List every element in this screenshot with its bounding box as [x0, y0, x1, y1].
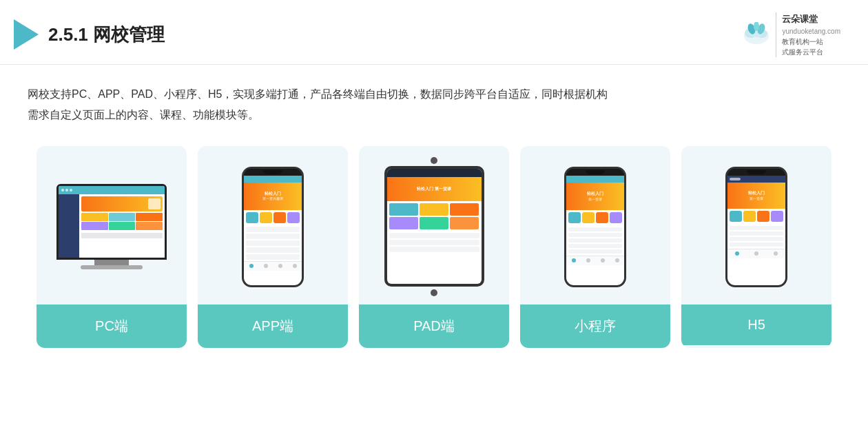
card-h5-image: 轻松入门第一堂课 [681, 146, 831, 304]
card-h5: 轻松入门第一堂课 [681, 146, 831, 348]
pc-main [79, 194, 165, 258]
header-left: 2.5.1 网校管理 [14, 19, 165, 50]
mini-bottom-nav [566, 256, 624, 265]
tablet-grid-cell [389, 203, 418, 216]
phone-notch-inner-mini [586, 170, 605, 174]
pc-grid-item [136, 213, 163, 221]
h5-phone-body: 轻松入门第一堂课 [725, 167, 787, 287]
mini-list-item [568, 238, 622, 242]
tablet-screen: 轻松入门 第一堂课 [387, 169, 482, 284]
phone-notch-inner [263, 170, 282, 174]
tablet-topbar [387, 169, 482, 177]
h5-topbar [727, 176, 785, 183]
h5-icon [730, 211, 742, 222]
h5-list [727, 224, 785, 249]
h5-phone-notch [727, 169, 785, 176]
list-item [246, 240, 300, 246]
h5-icon [757, 211, 769, 222]
h5-list-item [730, 231, 783, 236]
app-phone-mockup: 轻松入门 第一堂兴趣课 [242, 167, 304, 287]
mini-list-item [568, 244, 622, 248]
card-pc: PC端 [37, 146, 187, 348]
app-icon [273, 212, 286, 223]
pc-grid-item [109, 213, 136, 221]
nav-dot [774, 251, 778, 256]
mini-icon [568, 212, 581, 223]
mini-icon [610, 212, 622, 223]
cards-section: PC端 轻松入门 第一堂兴趣课 [0, 132, 868, 369]
pc-grid-item [81, 222, 108, 230]
brand-text-block: 云朵课堂 yunduoketang.com 教育机构一站 式服务云平台 [776, 12, 840, 57]
nav-dot [249, 264, 254, 268]
phone-bottom-nav [244, 261, 302, 271]
pc-mockup [56, 184, 167, 269]
nav-dot [264, 264, 268, 268]
nav-dot [572, 258, 576, 262]
card-h5-label: H5 [681, 304, 831, 345]
brand-url: yunduoketang.com [782, 26, 840, 37]
brand-name: 云朵课堂 [782, 12, 840, 26]
h5-icon [771, 211, 783, 222]
card-pad-label: PAD端 [359, 304, 509, 348]
tablet-grid [387, 201, 482, 231]
card-app: 轻松入门 第一堂兴趣课 [198, 146, 348, 348]
list-item [246, 234, 300, 239]
mini-banner: 轻松入门第一堂课 [566, 183, 624, 210]
phone-icons-row [244, 210, 302, 225]
brand-slogan: 教育机构一站 式服务云平台 [782, 37, 840, 57]
card-app-image: 轻松入门 第一堂兴趣课 [198, 146, 348, 304]
pc-grid-item [136, 222, 163, 230]
nav-dot [601, 258, 605, 262]
tablet-rows [387, 231, 482, 254]
pc-dot [70, 189, 72, 192]
pc-screen [59, 186, 165, 258]
card-pad: 轻松入门 第一堂课 [359, 146, 509, 348]
tablet-row [389, 247, 479, 252]
card-pc-image [37, 146, 187, 304]
phone-notch-mini [566, 169, 624, 176]
nav-dot [754, 251, 758, 256]
pc-stand [94, 260, 129, 265]
description-text: 网校支持PC、APP、PAD、小程序、H5，实现多端打通，产品各终端自由切换，数… [28, 84, 840, 126]
page: 2.5.1 网校管理 [0, 0, 868, 434]
h5-bottom-nav [727, 249, 785, 258]
card-miniprogram-image: 轻松入门第一堂课 [520, 146, 670, 304]
phone-body-mini: 轻松入门第一堂课 [564, 167, 626, 287]
list-item [246, 254, 300, 260]
pc-banner-img [148, 198, 161, 209]
tablet-grid-cell [389, 217, 418, 229]
page-title: 2.5.1 网校管理 [48, 23, 165, 47]
tablet-banner: 轻松入门 第一堂课 [387, 177, 482, 201]
h5-phone-screen: 轻松入门第一堂课 [727, 176, 785, 285]
tablet-home-btn [431, 157, 437, 164]
phone-notch [244, 169, 302, 176]
pc-base [81, 265, 143, 269]
tablet-mockup: 轻松入门 第一堂课 [384, 155, 484, 298]
card-app-label: APP端 [198, 304, 348, 348]
brand-icon [741, 22, 772, 47]
nav-dot [293, 264, 297, 268]
nav-dot [278, 264, 282, 268]
pc-dot [61, 189, 64, 192]
tablet-home-btn-bottom [431, 289, 437, 296]
tablet-row [389, 233, 479, 238]
mini-icons-row [566, 210, 624, 225]
h5-list-item [730, 226, 783, 230]
tablet-grid-cell [450, 217, 479, 229]
h5-icons-row [727, 209, 785, 224]
phone-status-bar-mini [566, 176, 624, 183]
tablet-row [389, 240, 479, 245]
phone-banner: 轻松入门 第一堂兴趣课 [244, 183, 302, 210]
app-icon [246, 212, 258, 223]
tablet-grid-cell [450, 203, 479, 216]
phone-list [244, 225, 302, 261]
phone-body: 轻松入门 第一堂兴趣课 [242, 167, 304, 287]
pc-content [59, 194, 165, 258]
description-block: 网校支持PC、APP、PAD、小程序、H5，实现多端打通，产品各终端自由切换，数… [0, 65, 868, 133]
miniprogram-phone-mockup: 轻松入门第一堂课 [564, 167, 626, 287]
h5-list-item [730, 237, 783, 241]
header-right: 云朵课堂 yunduoketang.com 教育机构一站 式服务云平台 [741, 12, 840, 57]
brand-logo: 云朵课堂 yunduoketang.com 教育机构一站 式服务云平台 [741, 12, 840, 57]
pc-grid-item [81, 213, 108, 221]
h5-list-item [730, 242, 783, 247]
